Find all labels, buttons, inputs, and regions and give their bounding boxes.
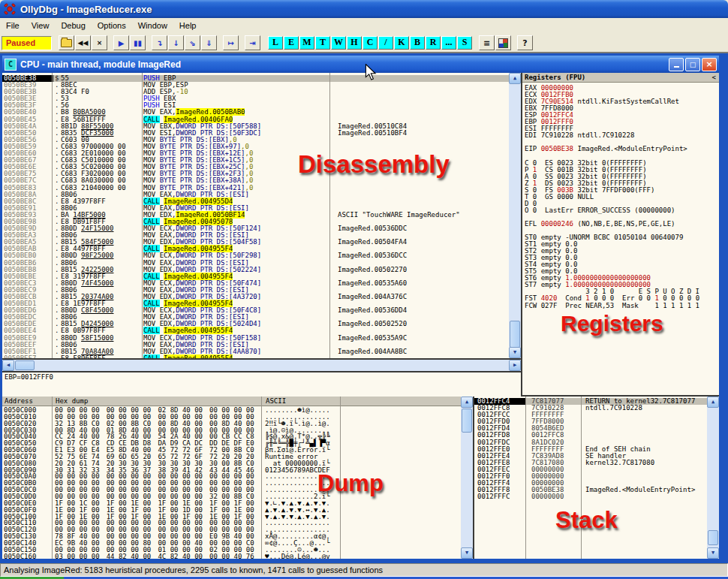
help-button[interactable]: ?: [517, 35, 533, 50]
stack-scrollbar[interactable]: ▲ ▼: [707, 397, 719, 559]
comment-cell: ImageRed.00502270: [338, 267, 407, 273]
collapse-button[interactable]: <: [712, 73, 716, 82]
annotation-registers: Registers: [561, 311, 663, 336]
scroll-up-button[interactable]: ▲: [509, 73, 521, 84]
view-button-w[interactable]: W: [331, 36, 346, 50]
menu-item-window[interactable]: Window: [132, 18, 173, 33]
close-program-icon: ×: [97, 39, 103, 47]
up-arrow-icon: ▲: [711, 399, 714, 405]
column-divider[interactable]: [261, 397, 262, 559]
column-divider[interactable]: [142, 73, 143, 358]
disassembly-row-0050BE38[interactable]: 0050BE38$55PUSH EBP: [2, 75, 509, 82]
title-bar[interactable]: OllyDbg - ImageReducer.exe: [0, 0, 728, 18]
disassembly-row-0050BE3B[interactable]: 0050BE3B.83C4 F0ADD ESP,-10: [2, 89, 509, 95]
stack-pane: 0012FFC47C817077RETURN to kernel32.7C817…: [473, 397, 719, 559]
dump-scrollbar[interactable]: ▲ ▼: [461, 397, 473, 559]
scroll-thumb[interactable]: [708, 530, 718, 545]
menu-item-view[interactable]: View: [26, 18, 56, 33]
disassembly-row-0050BEE9[interactable]: 0050BEE9.8B0D 58F15000MOV ECX,DWORD PTR …: [2, 335, 509, 342]
stack-rows: 0012FFC47C817077RETURN to kernel32.7C817…: [474, 397, 707, 559]
minimize-button[interactable]: [669, 58, 684, 71]
column-divider[interactable]: [52, 397, 53, 559]
dump-header: Address Hex dump ASCII: [2, 397, 461, 406]
scroll-up-button[interactable]: ▲: [461, 397, 473, 408]
scroll-right-button[interactable]: ▶: [509, 360, 521, 371]
column-divider[interactable]: [329, 73, 330, 358]
execute-till-return-button[interactable]: ↦: [223, 35, 239, 50]
view-button-e[interactable]: E: [284, 36, 299, 50]
scroll-down-button[interactable]: ▼: [509, 347, 521, 358]
hex-group: 00 00 40 76: [209, 553, 261, 559]
register-line-32[interactable]: FCW 027F Prec NEAR,53 Mask 1 1 1 1 1 1: [525, 303, 719, 309]
pause-button[interactable]: ▮▮: [130, 35, 146, 50]
text-segment: (NO,NB,E,BE,NS,PE,GE,LE): [573, 220, 675, 228]
view-button-b[interactable]: B: [410, 36, 425, 50]
menu-item-options[interactable]: Options: [92, 18, 132, 33]
scroll-down-button[interactable]: ▼: [707, 547, 719, 559]
disassembly-row-0050BEB0[interactable]: 0050BEB0.8B0D 98F25000MOV ECX,DWORD PTR …: [2, 252, 509, 259]
menu-item-file[interactable]: File: [0, 18, 26, 33]
scroll-down-button[interactable]: ▼: [461, 547, 473, 559]
cpu-window-icon: C: [5, 59, 17, 71]
text-segment: EIP: [525, 145, 541, 152]
scroll-thumb[interactable]: [15, 360, 35, 370]
register-line-20[interactable]: EFL 00000246 (NO,NB,E,BE,NS,PE,GE,LE): [525, 221, 719, 228]
disassembly-scrollbar[interactable]: ▲ ▼: [509, 73, 521, 358]
maximize-button[interactable]: □: [685, 58, 700, 71]
pause-status-indicator: Paused: [2, 36, 52, 50]
close-button[interactable]: ×: [702, 58, 717, 71]
disassembly-row-0050BE9D[interactable]: 0050BE9D.8B0D 24F15000MOV ECX,DWORD PTR …: [2, 225, 509, 232]
question-icon: ?: [522, 38, 527, 48]
disassembly-row-0050BEC3[interactable]: 0050BEC3.8B0D 74F45000MOV ECX,DWORD PTR …: [2, 280, 509, 287]
disassembly-hscrollbar[interactable]: ◀ ▶: [2, 360, 521, 372]
view-button-symbol[interactable]: ...: [441, 36, 456, 50]
menu-item-debug[interactable]: Debug: [55, 18, 91, 33]
view-button-symbol[interactable]: /: [378, 36, 393, 50]
comment-cell: ImageRed.00536DD4: [338, 307, 407, 314]
disassembly-row-0050BE3E[interactable]: 0050BE3E.53PUSH EBX: [2, 95, 509, 102]
view-button-t[interactable]: T: [315, 36, 330, 50]
comment-cell: ASCII "TouchWARE ImageReducer": [338, 212, 460, 219]
register-line-7[interactable]: EDI 7C910228 ntdll.7C910228: [525, 132, 719, 139]
menu-item-help[interactable]: Help: [173, 18, 203, 33]
windows-list-button[interactable]: ≡: [479, 35, 495, 50]
scroll-thumb[interactable]: [510, 321, 520, 348]
disassembly-row-0050BED6[interactable]: 0050BED6.8B0D C8F45000MOV ECX,DWORD PTR …: [2, 307, 509, 314]
open-folder-icon: [61, 39, 72, 47]
ascii-cell: ♥...Dé@.Lé@...@v: [265, 553, 330, 559]
scroll-up-button[interactable]: ▲: [707, 397, 719, 408]
restart-button[interactable]: ◀◀: [75, 35, 91, 50]
open-file-button[interactable]: [59, 35, 74, 50]
view-button-m[interactable]: M: [299, 36, 314, 50]
step-into-icon: ↴: [156, 39, 162, 47]
view-button-l[interactable]: L: [268, 36, 283, 50]
register-line-16[interactable]: T 0 GS 0000 NULL: [525, 194, 719, 201]
view-button-c[interactable]: C: [362, 36, 378, 50]
stack-row-0012FFFC[interactable]: 0012FFFC00000000: [474, 493, 707, 500]
run-button[interactable]: ▶: [113, 35, 129, 50]
view-button-r[interactable]: R: [426, 36, 441, 50]
register-line-18[interactable]: O 0 LastErr ERROR_SUCCESS (00000000): [525, 207, 719, 214]
register-line-9[interactable]: EIP 0050BE38 ImageRed.<ModuleEntryPoint>: [525, 146, 719, 152]
step-into-button[interactable]: ↴: [152, 35, 167, 50]
column-divider[interactable]: [581, 397, 582, 559]
scroll-thumb[interactable]: [462, 409, 472, 433]
view-button-h[interactable]: H: [347, 36, 362, 50]
disassembly-row-0050BE8C[interactable]: 0050BE8C.E8 4397F8FFCALL ImageRed.004955…: [2, 198, 509, 205]
step-over-button[interactable]: ↓: [168, 35, 184, 50]
column-divider[interactable]: [52, 73, 53, 358]
animate-over-button[interactable]: ⇓: [201, 35, 217, 50]
scroll-left-button[interactable]: ◀: [2, 360, 14, 371]
go-to-address-button[interactable]: ⇥: [245, 35, 260, 50]
view-button-k[interactable]: K: [394, 36, 409, 50]
animate-into-button[interactable]: ⇘: [185, 35, 200, 50]
appearance-button[interactable]: [495, 35, 511, 50]
status-bar: Analysing ImageRed: 5183 heuristical pro…: [0, 563, 728, 577]
column-divider[interactable]: [525, 397, 526, 559]
close-program-button[interactable]: ×: [92, 35, 107, 50]
text-segment: ImageRed.004955F4: [164, 354, 233, 360]
disassembly-row-0050BE83[interactable]: 0050BE83.C683 21040000 00MOV BYTE PTR DS…: [2, 185, 509, 191]
cpu-title-bar[interactable]: C CPU - main thread, module ImageRed □ ×: [2, 56, 719, 73]
dump-row-0050C160[interactable]: 0050C16003 00 00 0044 82 40 004C 82 40 0…: [2, 553, 461, 559]
view-button-s[interactable]: S: [457, 36, 472, 50]
